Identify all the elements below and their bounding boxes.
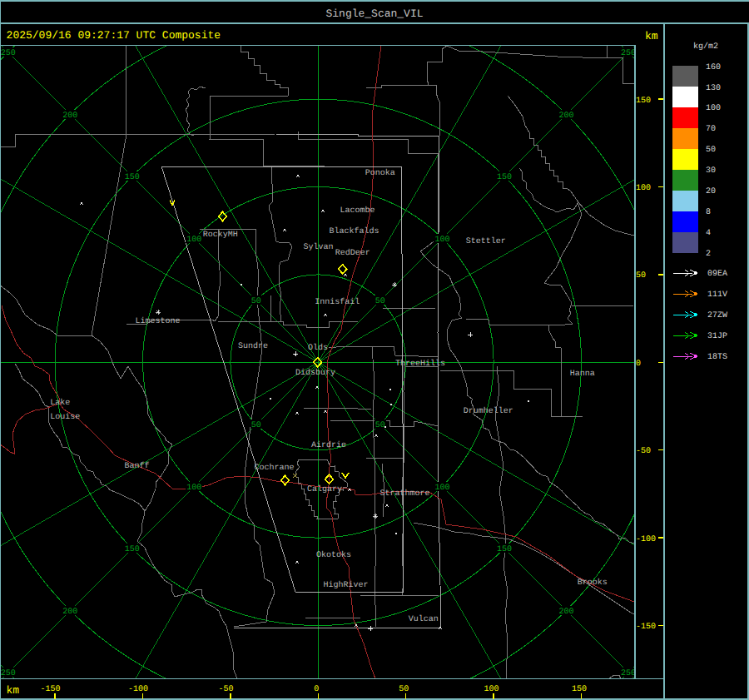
svg-text:km: km [645,30,658,42]
svg-text:30: 30 [706,166,716,176]
svg-text:100: 100 [434,236,449,245]
svg-text:250: 250 [1,669,16,678]
svg-text:160: 160 [706,63,721,72]
svg-text:100: 100 [186,236,201,245]
svg-text:50: 50 [375,297,385,306]
svg-text:100: 100 [636,184,651,193]
svg-text:Sundre: Sundre [238,341,268,351]
svg-text:-100: -100 [128,685,148,694]
svg-text:0: 0 [636,360,641,369]
svg-text:4: 4 [706,229,711,238]
svg-text:100: 100 [186,484,201,493]
svg-text:0: 0 [314,685,319,694]
svg-text:Single_Scan_VIL: Single_Scan_VIL [325,7,423,20]
svg-text:Louise: Louise [50,412,80,422]
svg-text:Limestone: Limestone [136,316,181,326]
svg-text:Calgary: Calgary [307,484,342,494]
svg-text:-50: -50 [636,447,651,456]
svg-text:ThreeHills: ThreeHills [395,359,445,369]
svg-text:50: 50 [706,146,716,155]
svg-text:50: 50 [251,421,261,430]
svg-text:250: 250 [621,49,636,58]
svg-text:150: 150 [497,173,512,182]
svg-text:2025/09/16 09:27:17 UTC Compos: 2025/09/16 09:27:17 UTC Composite [7,29,221,42]
svg-text:250: 250 [621,669,636,678]
svg-text:Innisfail: Innisfail [315,297,360,307]
svg-text:8: 8 [706,208,711,217]
svg-text:Airdrie: Airdrie [311,440,346,450]
svg-text:100: 100 [706,104,721,113]
svg-text:200: 200 [558,608,573,617]
svg-text:Drumheller: Drumheller [464,406,513,416]
svg-text:200: 200 [62,112,77,121]
svg-text:50: 50 [399,685,409,694]
svg-text:Hanna: Hanna [570,370,595,379]
svg-text:HighRiver: HighRiver [324,580,369,590]
svg-text:150: 150 [636,97,651,106]
svg-text:31JP: 31JP [707,332,727,341]
svg-text:Brooks: Brooks [578,578,608,588]
svg-text:130: 130 [706,84,721,93]
svg-text:-150: -150 [41,685,61,694]
svg-text:Cochrane: Cochrane [255,463,295,473]
svg-text:20: 20 [706,187,716,196]
svg-text:km: km [7,684,20,697]
svg-text:150: 150 [572,685,587,694]
svg-text:Lake: Lake [50,398,70,408]
svg-text:Blackfalds: Blackfalds [329,226,379,236]
svg-text:RockyMH: RockyMH [203,230,238,240]
svg-text:Banff: Banff [124,461,149,471]
svg-text:Vulcan: Vulcan [409,614,439,624]
svg-text:150: 150 [497,545,512,554]
svg-text:70: 70 [706,125,716,134]
svg-text:150: 150 [125,545,140,554]
svg-text:100: 100 [484,685,499,694]
svg-text:Stettler: Stettler [466,236,506,246]
svg-text:09EA: 09EA [707,270,727,279]
svg-text:50: 50 [251,297,261,306]
svg-text:100: 100 [434,484,449,493]
svg-text:-150: -150 [636,623,656,632]
svg-text:250: 250 [1,49,16,58]
svg-text:50: 50 [636,271,646,280]
svg-text:200: 200 [558,112,573,121]
svg-text:kg/m2: kg/m2 [693,42,718,52]
svg-text:27ZW: 27ZW [707,311,727,320]
svg-text:Sylvan: Sylvan [304,242,334,252]
svg-text:Didsbury: Didsbury [295,368,335,378]
svg-text:2: 2 [706,250,711,259]
svg-text:Olds: Olds [308,343,328,353]
svg-text:18TS: 18TS [707,353,727,362]
svg-text:111V: 111V [707,290,727,300]
svg-text:Ponoka: Ponoka [365,168,395,178]
svg-text:-100: -100 [636,535,656,544]
svg-text:Lacombe: Lacombe [340,206,375,216]
svg-text:-50: -50 [218,685,233,694]
svg-text:Strathmore: Strathmore [379,489,429,499]
svg-text:Okotoks: Okotoks [316,550,351,560]
svg-text:150: 150 [125,173,140,182]
svg-text:50: 50 [375,421,385,430]
svg-text:RedDeer: RedDeer [335,248,370,258]
svg-text:200: 200 [62,608,77,617]
